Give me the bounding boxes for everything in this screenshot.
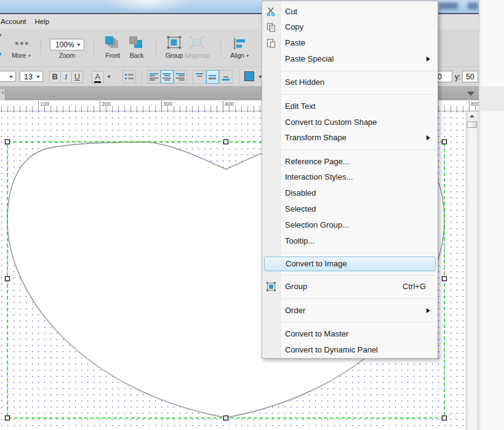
dropdown-arrow-icon — [246, 55, 249, 57]
align-top-button[interactable] — [193, 70, 206, 84]
context-menu-separator — [281, 149, 436, 150]
align-center-button[interactable] — [161, 70, 174, 84]
clipped-toolbar-button — [0, 53, 1, 55]
menu-item-group[interactable]: GroupCtrl+G — [262, 279, 438, 295]
group-icon — [166, 36, 182, 50]
menu-item-label: Reference Page... — [285, 157, 350, 166]
font-color-dropdown-arrow-icon[interactable] — [107, 76, 111, 78]
ruler-label: 800 — [471, 101, 479, 107]
y-position-input[interactable]: 50 — [462, 71, 478, 82]
menu-item-reference-page[interactable]: Reference Page... — [262, 154, 438, 170]
underline-button[interactable]: U — [71, 71, 83, 83]
context-menu: CutCopyPastePaste SpecialSet HiddenEdit … — [262, 1, 438, 359]
ruler-label: 400 — [225, 101, 234, 107]
menu-item-convert-to-image[interactable]: Convert to Image — [264, 257, 436, 271]
scrollbar-thumb[interactable] — [467, 121, 477, 128]
italic-button[interactable]: I — [60, 71, 72, 83]
menu-item-order[interactable]: Order — [262, 303, 438, 319]
menu-item-label: Disabled — [285, 188, 316, 197]
menu-item-edit-text[interactable]: Edit Text — [262, 98, 438, 114]
group-button[interactable]: Group — [165, 29, 183, 66]
context-menu-separator — [281, 94, 436, 95]
bold-button[interactable]: B — [49, 71, 61, 83]
menu-item-label: Paste Special — [285, 54, 334, 63]
menu-item-label: Edit Text — [285, 102, 316, 111]
scrollbar-up-button[interactable] — [466, 111, 478, 121]
menu-item-label: Selection Group... — [285, 220, 349, 229]
menu-item-label: Paste — [285, 38, 305, 47]
align-bottom-button[interactable] — [219, 70, 233, 84]
dropdown-arrow-icon — [77, 44, 81, 46]
menu-item-label: Convert to Custom Shape — [285, 117, 377, 127]
menu-item-paste[interactable]: Paste — [262, 35, 438, 51]
panel-band — [479, 86, 504, 111]
submenu-arrow-icon — [426, 57, 430, 62]
ungroup-label: Ungroup — [185, 52, 209, 59]
menu-item-convert-to-custom-shape[interactable]: Convert to Custom Shape — [262, 114, 438, 130]
submenu-arrow-icon — [426, 135, 430, 140]
copy-icon — [266, 22, 276, 33]
zoom-value: 100% — [55, 41, 74, 49]
context-menu-separator — [281, 253, 436, 253]
toolbar-separator — [220, 38, 221, 55]
ellipsis-icon — [15, 42, 28, 45]
ruler-label: 300 — [163, 101, 172, 107]
menu-item-label: Copy — [285, 22, 303, 31]
fill-color-swatch[interactable] — [244, 71, 254, 81]
align-button[interactable]: Align — [231, 29, 249, 66]
page-tab-close[interactable]: × — [0, 89, 6, 100]
zoom-select[interactable]: 100% — [50, 39, 84, 50]
align-middle-button[interactable] — [206, 70, 220, 84]
menu-item-copy[interactable]: Copy — [262, 19, 438, 35]
context-menu-separator — [281, 298, 436, 299]
context-menu-separator — [281, 275, 436, 276]
font-color-button[interactable]: A — [92, 71, 104, 83]
titlebar-blur-text — [468, 2, 478, 9]
menu-item-convert-to-master[interactable]: Convert to Master — [262, 326, 438, 342]
align-left-icon — [150, 73, 158, 81]
menubar-item-account[interactable]: Account — [0, 18, 27, 25]
toolbar-separator — [156, 38, 156, 55]
align-label: Align — [230, 52, 249, 59]
toolbar-separator — [239, 70, 239, 84]
back-button[interactable]: Back — [127, 29, 146, 66]
font-size-select[interactable]: 13 — [20, 71, 43, 82]
vertical-scrollbar[interactable] — [466, 111, 478, 430]
menu-item-label: Set Hidden — [285, 78, 324, 87]
align-left-button[interactable] — [147, 70, 161, 84]
back-label: Back — [130, 52, 144, 59]
context-menu-separator — [281, 322, 436, 322]
menu-item-selected[interactable]: Selected — [262, 201, 438, 217]
menu-item-set-hidden[interactable]: Set Hidden — [262, 74, 438, 90]
align-top-icon — [195, 73, 204, 81]
titlebar-sheen — [105, 0, 191, 14]
align-middle-icon — [208, 73, 217, 81]
more-button[interactable]: More — [7, 29, 36, 66]
group-icon — [266, 282, 276, 292]
page-list-dropdown-icon[interactable] — [467, 92, 474, 96]
front-label: Front — [105, 52, 120, 59]
y-position-value: 50 — [466, 73, 474, 81]
menu-item-selection-group[interactable]: Selection Group... — [262, 217, 438, 233]
menu-item-interaction-styles[interactable]: Interaction Styles... — [262, 169, 438, 185]
x-position-value: 0 — [438, 73, 442, 81]
menu-item-convert-to-dynamic-panel[interactable]: Convert to Dynamic Panel — [262, 342, 438, 358]
front-button[interactable]: Front — [103, 29, 122, 66]
bullet-list-button[interactable] — [122, 70, 136, 83]
menu-item-label: Convert to Master — [285, 329, 348, 338]
toolbar-separator — [94, 38, 94, 55]
align-right-button[interactable] — [174, 70, 187, 84]
menu-item-disabled[interactable]: Disabled — [262, 185, 438, 201]
menu-item-tooltip[interactable]: Tooltip... — [262, 233, 438, 249]
menubar-item-help[interactable]: Help — [34, 18, 50, 25]
y-position-label: y: — [455, 73, 461, 81]
paste-icon — [266, 38, 276, 49]
ungroup-button[interactable]: Ungroup — [186, 29, 207, 66]
align-right-icon — [176, 73, 185, 81]
menu-item-paste-special[interactable]: Paste Special — [262, 51, 438, 67]
context-menu-items: CutCopyPastePaste SpecialSet HiddenEdit … — [262, 1, 438, 357]
menu-item-cut[interactable]: Cut — [262, 4, 438, 20]
menu-item-transform-shape[interactable]: Transform Shape — [262, 130, 438, 146]
font-family-select[interactable] — [0, 71, 16, 82]
group-label: Group — [166, 52, 183, 59]
